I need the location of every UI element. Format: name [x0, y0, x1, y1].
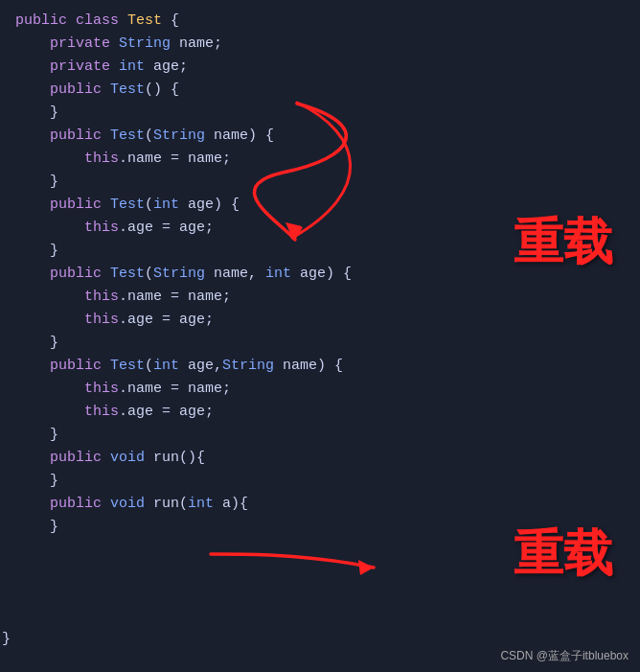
- code-token: [15, 496, 50, 512]
- code-line: this.name = name;: [15, 148, 625, 171]
- code-line: public void run(int a){: [15, 493, 625, 516]
- code-token: this: [84, 381, 119, 397]
- code-token: public: [15, 12, 76, 29]
- code-token: Test: [110, 81, 145, 98]
- svg-marker-2: [358, 560, 374, 575]
- code-token: [15, 381, 84, 397]
- code-token: (: [145, 197, 153, 213]
- code-token: private: [50, 58, 119, 75]
- code-token: [15, 127, 50, 144]
- code-line: }: [15, 332, 625, 355]
- code-token: }: [15, 243, 58, 259]
- code-token: }: [15, 427, 58, 443]
- code-line: public Test(String name) {: [15, 125, 625, 148]
- code-token: String: [153, 127, 214, 144]
- code-token: [15, 197, 50, 213]
- code-line: public void run(){: [15, 447, 625, 470]
- code-token: class: [76, 12, 127, 29]
- code-token: public: [50, 81, 110, 98]
- code-line: }: [15, 424, 625, 447]
- code-token: .name = name;: [119, 151, 231, 167]
- code-token: this: [84, 404, 119, 420]
- code-token: age;: [153, 58, 188, 75]
- code-token: public: [50, 496, 110, 512]
- code-token: }: [15, 519, 58, 535]
- code-token: a){: [222, 496, 248, 512]
- code-token: int: [153, 358, 188, 374]
- code-line: public Test() {: [15, 79, 625, 102]
- footer-text: CSDN @蓝盒子itbluebox: [500, 648, 629, 664]
- code-token: (: [145, 127, 153, 144]
- code-token: private: [50, 35, 119, 52]
- code-line: this.age = age;: [15, 401, 625, 424]
- code-token: run(){: [153, 450, 205, 466]
- zhongzai-label-2: 重载: [514, 521, 613, 588]
- code-token: Test: [127, 12, 171, 29]
- code-token: int: [153, 197, 188, 213]
- code-token: name;: [179, 35, 222, 52]
- code-token: public: [50, 127, 110, 144]
- code-token: public: [50, 358, 110, 374]
- code-token: }: [15, 174, 58, 190]
- zhongzai-label-1: 重载: [514, 209, 613, 276]
- code-token: name) {: [214, 127, 274, 144]
- code-line: public class Test {: [15, 10, 625, 33]
- code-token: this: [84, 220, 119, 236]
- code-token: void: [110, 496, 153, 512]
- code-line: private int age;: [15, 56, 625, 79]
- code-token: [15, 220, 84, 236]
- code-line: this.name = name;: [15, 286, 625, 309]
- code-token: Test: [110, 358, 145, 374]
- code-token: int: [188, 496, 222, 512]
- code-token: Test: [110, 127, 145, 144]
- code-token: [15, 312, 84, 328]
- code-token: {: [171, 12, 179, 29]
- code-token: () {: [145, 81, 179, 98]
- code-token: Test: [110, 197, 145, 213]
- code-line: public Test(int age,String name) {: [15, 355, 625, 378]
- code-token: [15, 450, 50, 466]
- code-line: }: [15, 102, 625, 125]
- code-token: .name = name;: [119, 289, 231, 305]
- code-token: age) {: [300, 266, 352, 282]
- outer-closing-brace: }: [2, 631, 11, 647]
- code-token: String: [222, 358, 283, 374]
- code-token: (: [145, 266, 153, 282]
- code-token: int: [119, 58, 153, 75]
- code-token: [15, 358, 50, 374]
- code-token: .age = age;: [119, 312, 214, 328]
- code-token: [15, 151, 84, 167]
- code-token: [15, 81, 50, 98]
- code-token: public: [50, 266, 110, 282]
- code-line: private String name;: [15, 33, 625, 56]
- code-line: this.age = age;: [15, 309, 625, 332]
- code-token: public: [50, 197, 110, 213]
- code-line: }: [15, 171, 625, 194]
- code-token: .name = name;: [119, 381, 231, 397]
- code-token: }: [15, 335, 58, 351]
- code-token: [15, 404, 84, 420]
- code-token: }: [15, 473, 58, 489]
- code-line: this.name = name;: [15, 378, 625, 401]
- code-token: age) {: [188, 197, 240, 213]
- code-token: public: [50, 450, 110, 466]
- code-token: void: [110, 450, 153, 466]
- code-token: this: [84, 151, 119, 167]
- code-token: [15, 58, 50, 75]
- code-token: (: [145, 358, 153, 374]
- code-token: int: [265, 266, 300, 282]
- code-token: this: [84, 289, 119, 305]
- code-token: [15, 289, 84, 305]
- code-line: }: [15, 470, 625, 493]
- code-token: Test: [110, 266, 145, 282]
- code-token: String: [153, 266, 214, 282]
- code-token: run(: [153, 496, 188, 512]
- code-token: [15, 35, 50, 52]
- code-token: .age = age;: [119, 220, 214, 236]
- code-token: name,: [214, 266, 265, 282]
- code-token: age,: [188, 358, 222, 374]
- code-token: .age = age;: [119, 404, 214, 420]
- code-token: }: [15, 104, 58, 121]
- code-token: String: [119, 35, 179, 52]
- code-token: this: [84, 312, 119, 328]
